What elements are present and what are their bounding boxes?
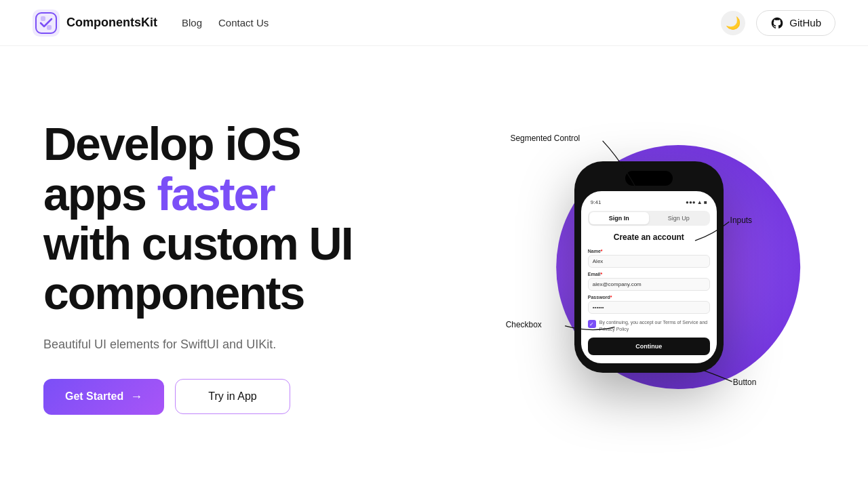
- phone-checkbox-row: ✓ By continuing, you accept our Terms of…: [588, 319, 710, 331]
- phone-mockup: 9:41 ●●● ▲ ■ Sign In Sign Up Create an a…: [574, 161, 724, 372]
- segmented-control-label: Segmented Control: [510, 134, 580, 143]
- nav-links: Blog Contact Us: [182, 17, 721, 28]
- github-label: GitHub: [789, 17, 821, 28]
- phone-name-label: Name*: [588, 249, 710, 253]
- hero-buttons: Get Started → Try in App: [43, 379, 446, 415]
- try-in-app-button[interactable]: Try in App: [175, 379, 290, 414]
- title-faster: faster: [157, 168, 275, 220]
- title-line2-before: apps: [43, 168, 157, 220]
- phone-time: 9:41: [591, 199, 601, 205]
- get-started-button[interactable]: Get Started →: [43, 379, 164, 415]
- svg-rect-2: [41, 16, 45, 21]
- logo-text: ComponentsKit: [66, 16, 157, 30]
- phone-email-input[interactable]: alex@company.com: [588, 278, 710, 291]
- logo-icon: [33, 9, 60, 37]
- phone-dynamic-island: [625, 171, 673, 186]
- nav-right: 🌙 GitHub: [721, 10, 835, 36]
- phone-password-label: Password*: [588, 295, 710, 300]
- phone-segmented-control: Sign In Sign Up: [588, 211, 710, 226]
- phone-checkbox-text: By continuing, you accept our Terms of S…: [599, 319, 710, 331]
- theme-toggle-button[interactable]: 🌙: [721, 11, 745, 35]
- try-in-app-label: Try in App: [208, 390, 256, 403]
- hero-title: Develop iOS apps faster with custom UI c…: [43, 119, 446, 319]
- phone-seg-signin[interactable]: Sign In: [589, 212, 649, 224]
- button-label: Button: [732, 378, 755, 387]
- hero-subtitle: Beautiful UI elements for SwiftUI and UI…: [43, 338, 446, 352]
- nav-contact[interactable]: Contact Us: [218, 17, 269, 28]
- phone-screen: 9:41 ●●● ▲ ■ Sign In Sign Up Create an a…: [581, 191, 717, 363]
- title-line3: with custom UI: [43, 218, 353, 269]
- phone-continue-button[interactable]: Continue: [588, 338, 710, 355]
- phone-seg-signup[interactable]: Sign Up: [649, 212, 709, 224]
- get-started-label: Get Started: [65, 390, 123, 403]
- phone-checkbox[interactable]: ✓: [588, 320, 596, 328]
- phone-email-field: Email* alex@company.com: [588, 272, 710, 291]
- hero-section: Develop iOS apps faster with custom UI c…: [0, 46, 868, 488]
- hero-content: Develop iOS apps faster with custom UI c…: [43, 119, 473, 415]
- title-line1: Develop iOS: [43, 118, 300, 169]
- github-icon: [770, 16, 784, 30]
- github-button[interactable]: GitHub: [756, 10, 835, 36]
- moon-icon: 🌙: [726, 16, 741, 30]
- phone-email-label: Email*: [588, 272, 710, 277]
- phone-name-input[interactable]: Alex: [588, 255, 710, 268]
- logo[interactable]: ComponentsKit: [33, 9, 157, 37]
- phone-name-field: Name* Alex: [588, 249, 710, 268]
- title-line4: components: [43, 267, 304, 319]
- nav-blog[interactable]: Blog: [182, 17, 202, 28]
- phone-form-title: Create an account: [588, 232, 710, 242]
- svg-rect-3: [47, 25, 52, 30]
- arrow-icon: →: [130, 390, 142, 404]
- phone-signal: ●●● ▲ ■: [686, 199, 707, 205]
- checkbox-label: Checkbox: [505, 320, 541, 329]
- navbar: ComponentsKit Blog Contact Us 🌙 GitHub: [0, 0, 868, 46]
- phone-password-field: Password* ••••••: [588, 295, 710, 314]
- hero-illustration: 9:41 ●●● ▲ ■ Sign In Sign Up Create an a…: [473, 79, 825, 455]
- phone-password-input[interactable]: ••••••: [588, 301, 710, 314]
- phone-status-bar: 9:41 ●●● ▲ ■: [588, 199, 710, 205]
